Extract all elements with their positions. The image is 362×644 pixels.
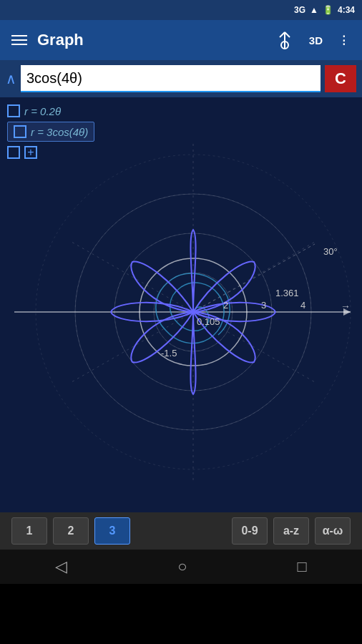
back-button[interactable]: ◁ [41,552,82,582]
svg-line-2 [285,32,290,37]
input-row: ∧ C [0,60,362,97]
formula-input[interactable] [21,65,321,92]
battery-icon: 🔋 [323,5,333,15]
clock: 4:34 [338,5,355,15]
label-30deg: 30° [323,246,338,257]
keyboard-tabs: 1 2 3 0-9 a-z α-ω [0,512,362,550]
graph-area[interactable]: r = 0.2θ r = 3cos(4θ) + [0,97,362,512]
menu-button[interactable] [9,32,30,48]
svg-line-1 [280,32,285,37]
toolbar: Graph 3D ⋮ [0,20,362,60]
recents-button[interactable]: □ [283,552,321,582]
label-origin: 0.105 [197,316,220,327]
equation-row-1: r = 0.2θ [7,104,94,117]
tab-09[interactable]: 0-9 [232,517,268,545]
polar-graph: 4 3 2 0.105 1.361 -1.5 30° → [0,97,362,512]
network-indicator: 3G [294,5,305,15]
eq1-label: r = 0.2θ [24,105,61,117]
signal-icon: ▲ [310,5,318,15]
eq2-label: r = 3cos(4θ) [31,126,88,138]
more-button[interactable]: ⋮ [334,31,353,49]
eq2-checkbox[interactable] [14,125,26,138]
axis-arrow-label: → [341,301,351,312]
tab-az[interactable]: a-z [273,517,309,545]
label-neg15: -1.5 [161,348,177,358]
clear-button[interactable]: C [325,65,356,92]
tab-1[interactable]: 1 [11,517,47,545]
3d-button[interactable]: 3D [305,31,327,49]
nav-bar: ◁ ○ □ [0,550,362,584]
svg-line-17 [193,244,315,312]
app-title: Graph [37,31,265,49]
label-1361: 1.361 [275,288,299,298]
cursor-tool-icon[interactable] [272,27,298,53]
eq1-checkbox[interactable] [7,104,20,117]
label-3: 3 [261,300,266,311]
plus-icon: + [27,147,34,158]
equations-panel: r = 0.2θ r = 3cos(4θ) + [7,104,94,159]
chevron-up-icon[interactable]: ∧ [6,70,16,87]
add-equation-row: + [7,146,94,159]
tab-3[interactable]: 3 [94,517,130,545]
status-bar: 3G ▲ 🔋 4:34 [0,0,362,20]
add-equation-button[interactable]: + [24,146,37,159]
equation-row-2: r = 3cos(4θ) [7,122,94,142]
label-4: 4 [300,300,305,311]
label-2: 2 [223,300,228,311]
tab-aomega[interactable]: α-ω [315,517,351,545]
add-eq-checkbox[interactable] [7,146,20,159]
tab-2[interactable]: 2 [53,517,89,545]
home-button[interactable]: ○ [163,552,201,582]
